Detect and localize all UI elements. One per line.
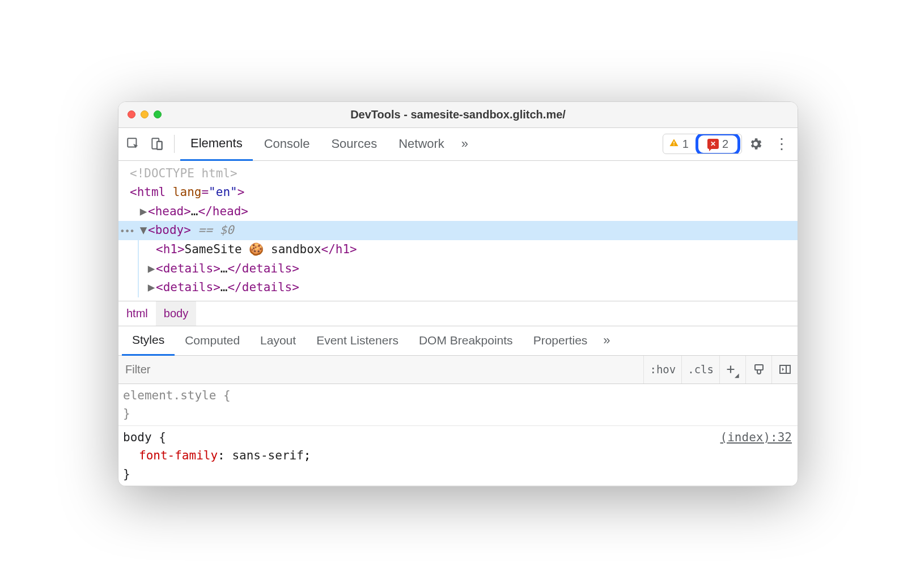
svg-rect-7 [780, 365, 790, 373]
tab-console[interactable]: Console [254, 127, 320, 160]
styles-filter-bar: :hov .cls ◢ [118, 356, 798, 384]
zoom-window-button[interactable] [154, 110, 162, 118]
device-toolbar-icon[interactable] [146, 133, 168, 155]
dom-html-open[interactable]: <html lang="en"> [118, 183, 798, 202]
subtab-styles[interactable]: Styles [122, 326, 175, 356]
svg-rect-2 [157, 142, 162, 150]
settings-button[interactable] [743, 131, 768, 156]
toolbar-separator [174, 135, 175, 153]
subtab-more-button[interactable]: » [597, 333, 616, 348]
window-titlebar: DevTools - samesite-sandbox.glitch.me/ [118, 102, 798, 128]
subtab-dom-breakpoints[interactable]: DOM Breakpoints [409, 326, 523, 355]
element-style-rule[interactable]: element.style { } [118, 384, 798, 426]
styles-filter-input[interactable] [118, 356, 643, 384]
crumb-body[interactable]: body [156, 301, 196, 326]
svg-rect-4 [673, 141, 675, 143]
inspect-element-icon[interactable] [122, 133, 145, 155]
issues-highlight: ✕ 2 [696, 134, 740, 154]
close-window-button[interactable] [128, 110, 135, 118]
body-selector: body [123, 431, 152, 444]
issues-badge[interactable]: ✕ 2 [702, 138, 734, 151]
styles-pane: element.style { } (index):32 body { font… [118, 384, 798, 487]
tab-elements[interactable]: Elements [180, 128, 253, 161]
warnings-badge[interactable]: 1 [663, 134, 694, 154]
cls-toggle[interactable]: .cls [681, 356, 719, 384]
css-property-value[interactable]: sans-serif [232, 449, 303, 462]
dom-h1[interactable]: <h1>SameSite 🍪 sandbox</h1> [139, 240, 798, 259]
minimize-window-button[interactable] [141, 110, 149, 118]
more-tabs-button[interactable]: » [456, 137, 474, 151]
hov-toggle[interactable]: :hov [643, 356, 681, 384]
svg-rect-5 [673, 144, 675, 146]
body-style-rule[interactable]: (index):32 body { font-family: sans-seri… [118, 426, 798, 487]
dom-head[interactable]: ▶<head>…</head> [118, 202, 798, 221]
kebab-menu-button[interactable]: ⋮ [769, 131, 794, 156]
devtools-window: DevTools - samesite-sandbox.glitch.me/ E… [118, 101, 798, 487]
element-style-selector: element.style [123, 389, 216, 402]
paint-flashing-icon[interactable] [745, 356, 771, 384]
dom-details-1[interactable]: ▶<details>…</details> [139, 259, 798, 279]
warning-icon [669, 138, 679, 151]
subtab-layout[interactable]: Layout [250, 326, 306, 355]
issues-icon: ✕ [707, 139, 719, 149]
dom-tree[interactable]: <!DOCTYPE html> <html lang="en"> ▶<head>… [118, 161, 798, 301]
breadcrumb: html body [118, 301, 798, 326]
issues-count: 2 [722, 138, 728, 151]
warnings-count: 1 [682, 138, 689, 151]
subtab-event-listeners[interactable]: Event Listeners [306, 326, 409, 355]
toggle-sidebar-icon[interactable] [771, 356, 798, 384]
subtab-properties[interactable]: Properties [523, 326, 598, 355]
svg-rect-6 [755, 365, 763, 370]
window-title: DevTools - samesite-sandbox.glitch.me/ [118, 108, 798, 121]
traffic-lights [118, 110, 162, 118]
dom-doctype[interactable]: <!DOCTYPE html> [118, 164, 798, 184]
status-badges: 1 ✕ 2 [663, 134, 742, 154]
dom-details-2[interactable]: ▶<details>…</details> [139, 278, 798, 297]
new-style-rule-button[interactable]: ◢ [719, 356, 745, 384]
tab-sources[interactable]: Sources [321, 127, 387, 160]
rule-source-link[interactable]: (index):32 [720, 428, 792, 447]
styles-subtabs: Styles Computed Layout Event Listeners D… [118, 326, 798, 356]
main-toolbar: Elements Console Sources Network » 1 ✕ 2… [118, 128, 798, 161]
crumb-html[interactable]: html [118, 301, 156, 326]
tab-network[interactable]: Network [388, 127, 455, 160]
css-property-name[interactable]: font-family [139, 449, 218, 462]
dom-body-selected[interactable]: ▼<body> == $0 [118, 221, 798, 240]
subtab-computed[interactable]: Computed [175, 326, 250, 355]
